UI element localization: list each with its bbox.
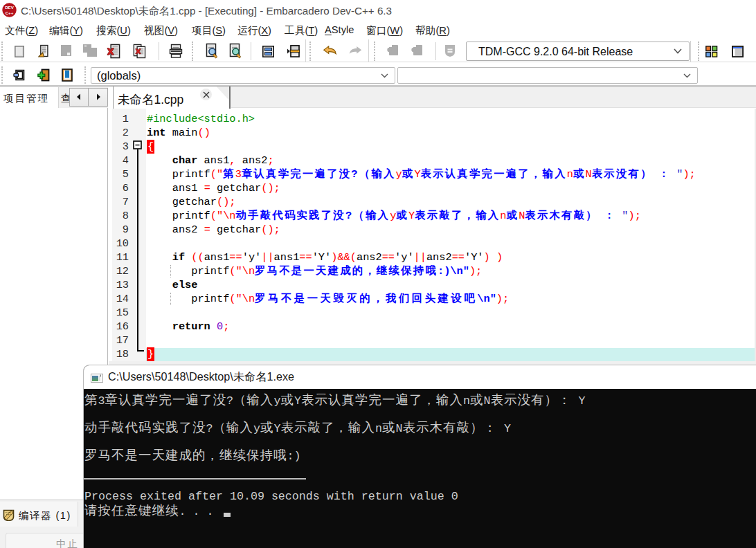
svg-text:DEV: DEV xyxy=(5,5,15,10)
svg-text:C++: C++ xyxy=(6,10,14,15)
